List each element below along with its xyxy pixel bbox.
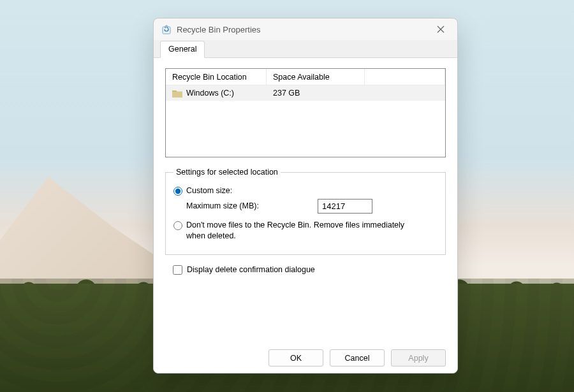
close-button[interactable] xyxy=(427,20,455,39)
tab-general[interactable]: General xyxy=(160,41,205,58)
col-header-blank xyxy=(365,69,445,85)
list-header: Recycle Bin Location Space Available xyxy=(166,69,445,85)
dialog-button-row: OK Cancel Apply xyxy=(165,343,446,367)
col-header-space[interactable]: Space Available xyxy=(267,69,365,85)
folder-icon xyxy=(172,89,182,98)
location-list[interactable]: Recycle Bin Location Space Available Win… xyxy=(165,68,446,157)
display-confirm-check[interactable]: Display delete confirmation dialogue xyxy=(173,265,446,275)
radio-dont-move-label: Don't move files to the Recycle Bin. Rem… xyxy=(186,220,416,242)
col-header-location[interactable]: Recycle Bin Location xyxy=(166,69,267,85)
max-size-label: Maximum size (MB): xyxy=(186,201,318,210)
window-title: Recycle Bin Properties xyxy=(177,25,427,34)
list-row[interactable]: Windows (C:) 237 GB xyxy=(166,85,445,101)
groupbox-legend: Settings for selected location xyxy=(173,168,281,177)
cell-space: 237 GB xyxy=(267,85,365,101)
display-confirm-checkbox[interactable] xyxy=(173,265,182,275)
settings-groupbox: Settings for selected location Custom si… xyxy=(165,168,446,255)
recycle-bin-icon xyxy=(161,24,172,34)
radio-custom-size-label: Custom size: xyxy=(186,185,232,196)
radio-dont-move-input[interactable] xyxy=(173,221,182,230)
radio-custom-size[interactable]: Custom size: xyxy=(173,185,438,196)
cancel-button[interactable]: Cancel xyxy=(330,349,385,367)
max-size-input[interactable] xyxy=(318,199,372,214)
ok-button[interactable]: OK xyxy=(269,349,323,367)
display-confirm-label: Display delete confirmation dialogue xyxy=(187,265,315,274)
tab-strip: General xyxy=(154,40,457,58)
max-size-row: Maximum size (MB): xyxy=(186,199,438,214)
recycle-bin-properties-dialog: Recycle Bin Properties General Recycle B… xyxy=(153,18,458,374)
apply-button[interactable]: Apply xyxy=(391,349,446,367)
svg-rect-0 xyxy=(163,27,170,34)
list-empty-area xyxy=(166,101,445,157)
spacer xyxy=(165,275,446,343)
tab-panel-general: Recycle Bin Location Space Available Win… xyxy=(154,58,457,373)
titlebar: Recycle Bin Properties xyxy=(154,18,457,40)
radio-dont-move[interactable]: Don't move files to the Recycle Bin. Rem… xyxy=(173,220,438,242)
radio-custom-size-input[interactable] xyxy=(173,187,182,196)
cell-location-text: Windows (C:) xyxy=(186,89,234,98)
cell-location: Windows (C:) xyxy=(166,85,267,101)
